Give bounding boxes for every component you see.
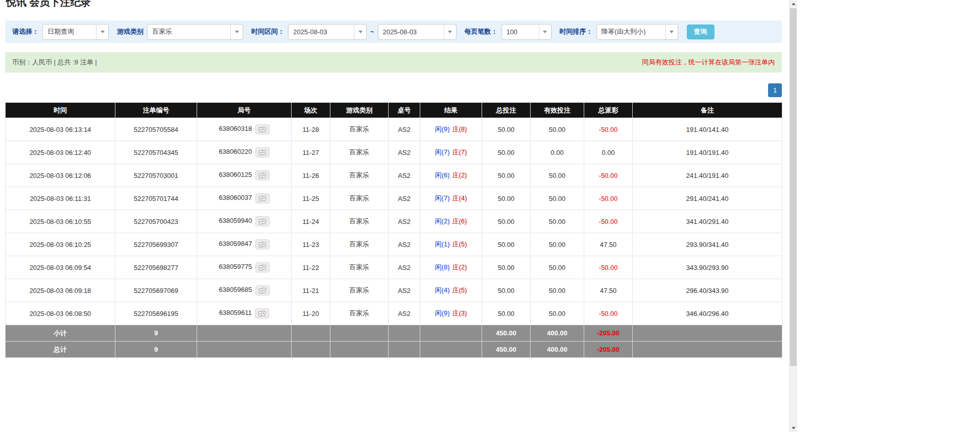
query-type-select[interactable]: 日期查询 <box>42 24 109 40</box>
table-row: 2025-08-03 06:09:54 522705698277 6380597… <box>6 256 782 279</box>
cards-icon <box>258 172 267 179</box>
result-banker: 庄(3) <box>452 309 467 317</box>
cell-payout: -50.00 <box>584 256 633 279</box>
cell-total-bet[interactable]: 50.00 <box>482 187 531 210</box>
date-to-value: 2025-08-03 <box>378 28 444 36</box>
page-size-select[interactable]: 100 <box>501 24 552 40</box>
date-from-value: 2025-08-03 <box>289 28 354 36</box>
date-to-select[interactable]: 2025-08-03 <box>378 24 457 40</box>
cell-game-type: 百家乐 <box>330 302 389 325</box>
cell-total-bet[interactable]: 50.00 <box>482 233 531 256</box>
total-valid-bet: 400.00 <box>531 342 584 358</box>
round-id: 638059940 <box>219 217 252 224</box>
total-label: 总计 <box>6 342 115 358</box>
view-cards-button[interactable] <box>255 285 270 295</box>
date-from-select[interactable]: 2025-08-03 <box>288 24 367 40</box>
cell-session: 11-23 <box>292 233 330 256</box>
view-cards-button[interactable] <box>255 170 270 180</box>
cell-bet-id: 522705696195 <box>115 302 197 325</box>
cell-result: 闲(1)庄(5) <box>420 233 482 256</box>
subtotal-count: 9 <box>115 325 197 342</box>
query-type-value: 日期查询 <box>43 27 96 36</box>
view-cards-button[interactable] <box>255 193 270 203</box>
cell-time: 2025-08-03 06:09:18 <box>6 279 115 302</box>
column-header: 场次 <box>292 103 330 118</box>
chevron-down-icon <box>444 25 456 39</box>
table-row: 2025-08-03 06:10:25 522705699307 6380598… <box>6 233 782 256</box>
view-cards-button[interactable] <box>255 147 270 157</box>
scroll-down-button[interactable] <box>790 424 797 432</box>
cell-total-bet[interactable]: 50.00 <box>482 164 531 187</box>
cell-bet-id: 522705698277 <box>115 256 197 279</box>
column-header: 桌号 <box>389 103 420 118</box>
view-cards-button[interactable] <box>255 216 270 226</box>
game-type-select[interactable]: 百家乐 <box>147 24 243 40</box>
cell-game-type: 百家乐 <box>330 164 389 187</box>
subtotal-payout: -205.00 <box>584 325 633 342</box>
table-body: 2025-08-03 06:13:14 522705705584 6380603… <box>6 118 782 325</box>
result-banker: 庄(2) <box>452 171 467 179</box>
cell-game-type: 百家乐 <box>330 279 389 302</box>
view-cards-button[interactable] <box>255 262 270 272</box>
cell-result: 闲(6)庄(2) <box>420 164 482 187</box>
table-row: 2025-08-03 06:12:40 522705704345 6380602… <box>6 141 782 164</box>
column-header: 注单编号 <box>115 103 197 118</box>
cell-round-id: 638059940 <box>197 210 292 233</box>
cell-table-id: AS2 <box>389 279 420 302</box>
cell-round-id: 638060220 <box>197 141 292 164</box>
cell-round-id: 638059685 <box>197 279 292 302</box>
scroll-up-button[interactable] <box>790 0 797 8</box>
result-player: 闲(7) <box>435 148 450 156</box>
subtotal-total-bet: 450.00 <box>482 325 531 342</box>
query-type-label: 请选择： <box>12 27 39 36</box>
cell-valid-bet: 50.00 <box>531 210 584 233</box>
cell-total-bet[interactable]: 50.00 <box>482 210 531 233</box>
cell-remark: 293.90/341.40 <box>633 233 782 256</box>
cell-total-bet[interactable]: 50.00 <box>482 279 531 302</box>
cell-session: 11-24 <box>292 210 330 233</box>
cell-result: 闲(9)庄(8) <box>420 118 482 141</box>
cell-result: 闲(7)庄(4) <box>420 187 482 210</box>
view-cards-button[interactable] <box>255 308 269 319</box>
cell-valid-bet: 50.00 <box>531 302 584 325</box>
cell-bet-id: 522705700423 <box>115 210 197 233</box>
cell-game-type: 百家乐 <box>330 210 389 233</box>
game-type-label: 游戏类别 <box>117 27 144 36</box>
cell-payout: -50.00 <box>584 302 633 325</box>
cell-total-bet[interactable]: 50.00 <box>482 256 531 279</box>
result-player: 闲(2) <box>435 217 450 225</box>
cards-icon <box>258 310 266 317</box>
cell-remark: 346.40/296.40 <box>633 302 782 325</box>
scroll-up-icon <box>792 3 796 5</box>
column-header: 总投注 <box>482 103 531 118</box>
cell-valid-bet: 0.00 <box>531 141 584 164</box>
cell-round-id: 638059847 <box>197 233 292 256</box>
result-player: 闲(9) <box>435 125 450 133</box>
search-button[interactable]: 查询 <box>687 25 714 39</box>
column-header: 备注 <box>633 103 782 118</box>
view-cards-button[interactable] <box>255 124 270 134</box>
round-id: 638059775 <box>219 263 252 270</box>
page-button-1[interactable]: 1 <box>768 83 782 97</box>
scrollbar-thumb[interactable] <box>790 8 797 366</box>
result-banker: 庄(4) <box>452 194 467 202</box>
vertical-scrollbar[interactable] <box>789 0 797 432</box>
cell-total-bet[interactable]: 50.00 <box>482 118 531 141</box>
cell-bet-id: 522705705584 <box>115 118 197 141</box>
cell-valid-bet: 50.00 <box>531 279 584 302</box>
cell-game-type: 百家乐 <box>330 256 389 279</box>
view-cards-button[interactable] <box>255 239 270 249</box>
cell-game-type: 百家乐 <box>330 187 389 210</box>
result-player: 闲(6) <box>435 171 450 179</box>
cards-icon <box>258 287 267 294</box>
cell-bet-id: 522705701744 <box>115 187 197 210</box>
cell-total-bet[interactable]: 50.00 <box>482 141 531 164</box>
cell-payout: -50.00 <box>584 187 633 210</box>
cell-bet-id: 522705699307 <box>115 233 197 256</box>
cell-total-bet[interactable]: 50.00 <box>482 302 531 325</box>
cell-remark: 341.40/291.40 <box>633 210 782 233</box>
cell-bet-id: 522705703001 <box>115 164 197 187</box>
sort-order-value: 降幂(由大到小) <box>597 27 665 36</box>
sort-order-select[interactable]: 降幂(由大到小) <box>596 24 678 40</box>
cell-round-id: 638059775 <box>197 256 292 279</box>
